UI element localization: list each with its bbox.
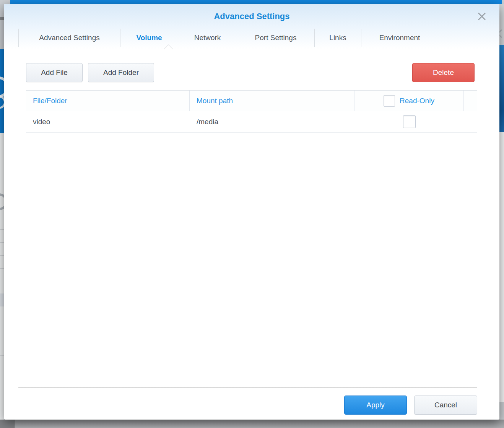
tab-divider	[18, 49, 477, 49]
add-folder-button[interactable]: Add Folder	[88, 63, 154, 82]
background-right-blue-banner	[499, 45, 504, 132]
tab-environment[interactable]: Environment	[361, 29, 438, 47]
row-readonly-checkbox[interactable]	[403, 115, 416, 128]
background-divider	[0, 242, 4, 243]
footer-divider	[18, 387, 477, 388]
cell-read-only	[354, 115, 464, 128]
background-selected-row	[0, 293, 4, 306]
background-divider	[0, 355, 4, 356]
table-row[interactable]: video /media	[26, 111, 477, 133]
cell-mount-path: /media	[190, 118, 354, 126]
read-only-label: Read-Only	[400, 97, 434, 105]
table-header-row: File/Folder Mount path Read-Only	[26, 90, 477, 111]
advanced-settings-dialog: Advanced Settings Advanced Settings Volu…	[4, 4, 499, 420]
background-right-toolbar	[499, 4, 504, 45]
cell-file-folder: video	[26, 118, 190, 126]
background-letter-glyph	[0, 193, 4, 210]
background-divider	[0, 268, 4, 269]
select-all-readonly-checkbox[interactable]	[384, 95, 395, 107]
background-bottom-bar	[0, 420, 504, 428]
column-header-spacer	[464, 91, 477, 111]
dialog-title: Advanced Settings	[4, 4, 499, 29]
background-left-list	[0, 133, 4, 420]
background-bottom-left-block	[0, 420, 15, 428]
background-letter-glyph	[0, 76, 4, 98]
background-divider	[0, 229, 4, 230]
background-right-panel	[499, 132, 504, 402]
background-divider	[0, 255, 4, 256]
background-top-blue-strip	[10, 0, 502, 4]
tab-advanced-settings[interactable]: Advanced Settings	[18, 29, 120, 47]
tab-bar: Advanced Settings Volume Network Port Se…	[18, 29, 438, 47]
column-header-read-only: Read-Only	[354, 91, 464, 111]
column-header-mount-path[interactable]: Mount path	[190, 91, 354, 111]
screen: Advanced Settings Advanced Settings Volu…	[0, 0, 504, 428]
background-letter-glyph	[0, 96, 4, 109]
tab-links[interactable]: Links	[315, 29, 361, 47]
close-icon[interactable]	[477, 11, 487, 21]
column-header-file-folder[interactable]: File/Folder	[26, 91, 190, 111]
tab-network[interactable]: Network	[178, 29, 237, 47]
background-left-blue-banner	[0, 49, 4, 133]
add-file-button[interactable]: Add File	[26, 63, 83, 82]
delete-button[interactable]: Delete	[412, 63, 475, 82]
tab-volume[interactable]: Volume	[120, 29, 178, 47]
cancel-button[interactable]: Cancel	[414, 396, 477, 415]
volume-table: File/Folder Mount path Read-Only video /…	[26, 90, 477, 133]
background-left-toolbar	[0, 4, 4, 49]
tab-port-settings[interactable]: Port Settings	[237, 29, 315, 47]
apply-button[interactable]: Apply	[344, 396, 407, 415]
background-left-darkband	[0, 17, 4, 20]
